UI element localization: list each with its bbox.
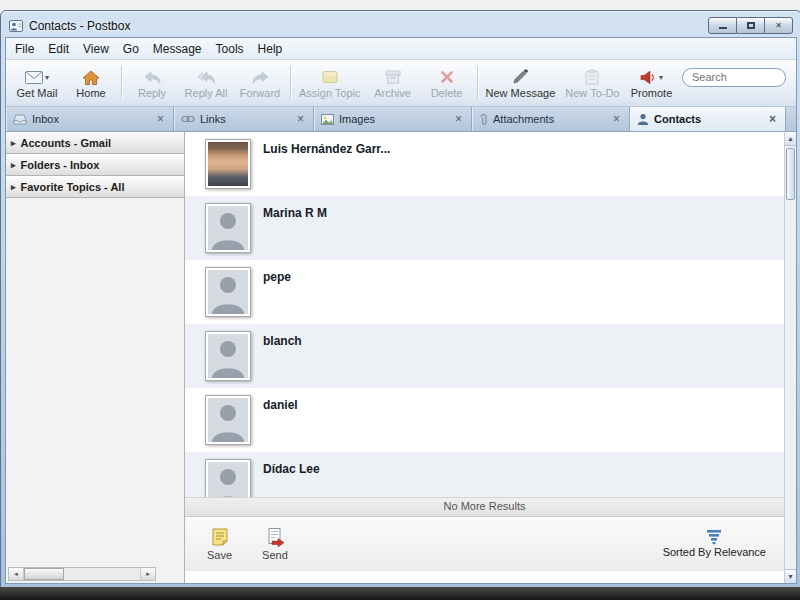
archive-box-icon xyxy=(385,70,401,84)
scroll-left-arrow-icon[interactable]: ◂ xyxy=(9,568,24,580)
new-message-label: New Message xyxy=(486,87,556,99)
tab-close-icon[interactable]: × xyxy=(295,113,306,125)
maximize-button[interactable] xyxy=(737,17,765,34)
home-button[interactable]: Home xyxy=(64,62,118,104)
forward-button[interactable]: Forward xyxy=(233,62,287,104)
search-container xyxy=(682,67,786,87)
toolbar-separator xyxy=(121,66,122,100)
sidebar-section-label: Favorite Topics - All xyxy=(21,181,125,193)
tab-inbox[interactable]: Inbox × xyxy=(6,107,174,131)
sidebar-section-accounts[interactable]: ▸ Accounts - Gmail xyxy=(6,132,184,154)
tab-close-icon[interactable]: × xyxy=(767,113,778,125)
maximize-icon xyxy=(747,22,755,29)
save-button[interactable]: Save xyxy=(207,527,232,561)
send-label: Send xyxy=(262,549,288,561)
reply-all-icon xyxy=(197,71,215,84)
menu-view[interactable]: View xyxy=(76,40,116,58)
contact-avatar-placeholder xyxy=(205,203,251,253)
delete-label: Delete xyxy=(431,87,463,99)
sidebar-section-favorite-topics[interactable]: ▸ Favorite Topics - All xyxy=(6,176,184,198)
contact-name: Dídac Lee xyxy=(263,459,320,497)
reply-all-label: Reply All xyxy=(185,87,228,99)
contact-row[interactable]: daniel xyxy=(185,388,784,452)
new-message-button[interactable]: New Message xyxy=(481,62,561,104)
pencil-icon xyxy=(512,69,528,85)
tab-close-icon[interactable]: × xyxy=(611,113,622,125)
sort-funnel-icon xyxy=(706,530,722,545)
window-title: Contacts - Postbox xyxy=(29,19,130,33)
contact-row[interactable]: Dídac Lee xyxy=(185,452,784,497)
forward-label: Forward xyxy=(240,87,280,99)
close-button[interactable]: ✕ xyxy=(765,17,793,34)
send-button[interactable]: Send xyxy=(262,527,288,561)
archive-button[interactable]: Archive xyxy=(366,62,420,104)
contact-row[interactable]: blanch xyxy=(185,324,784,388)
scroll-down-arrow-icon[interactable]: ▼ xyxy=(785,569,796,583)
get-mail-button[interactable]: ▾ Get Mail xyxy=(10,62,64,104)
app-icon xyxy=(9,20,23,32)
scroll-right-arrow-icon[interactable]: ▸ xyxy=(140,568,155,580)
reply-all-button[interactable]: Reply All xyxy=(179,62,233,104)
menu-file[interactable]: File xyxy=(8,40,41,58)
delete-button[interactable]: Delete xyxy=(420,62,474,104)
tab-contacts[interactable]: Contacts × xyxy=(630,107,786,131)
titlebar[interactable]: Contacts - Postbox ✕ xyxy=(1,11,800,37)
contact-row[interactable]: Marina R M xyxy=(185,196,784,260)
contact-name: pepe xyxy=(263,267,291,324)
vertical-scrollbar[interactable]: ▲ ▼ xyxy=(784,132,796,583)
menu-message[interactable]: Message xyxy=(146,40,209,58)
content-filler xyxy=(185,571,784,583)
contact-avatar-placeholder xyxy=(205,395,251,445)
tab-links[interactable]: Links × xyxy=(174,107,314,131)
reply-button[interactable]: Reply xyxy=(125,62,179,104)
assign-topic-button[interactable]: Assign Topic xyxy=(294,62,366,104)
send-doc-icon xyxy=(265,527,285,547)
tab-label: Inbox xyxy=(32,113,150,125)
footer-toolbar: Save Send Sorted By Relevance xyxy=(185,517,784,571)
megaphone-icon xyxy=(640,70,657,85)
contact-row[interactable]: pepe xyxy=(185,260,784,324)
collapse-triangle-icon: ▸ xyxy=(11,182,16,192)
archive-label: Archive xyxy=(374,87,411,99)
contact-avatar-placeholder xyxy=(205,459,251,497)
tabbar: Inbox × Links × Images × Attachments × xyxy=(6,107,796,132)
tab-attachments[interactable]: Attachments × xyxy=(472,107,630,131)
assign-topic-label: Assign Topic xyxy=(299,87,361,99)
scrollbar-thumb[interactable] xyxy=(786,148,795,200)
minimize-button[interactable] xyxy=(708,17,737,34)
promote-button[interactable]: ▾ Promote xyxy=(624,62,678,104)
save-note-icon xyxy=(210,527,230,547)
menu-edit[interactable]: Edit xyxy=(41,40,76,58)
contact-name: Marina R M xyxy=(263,203,327,260)
sort-order-control[interactable]: Sorted By Relevance xyxy=(663,530,766,558)
new-todo-button[interactable]: New To-Do xyxy=(560,62,624,104)
tab-close-icon[interactable]: × xyxy=(453,113,464,125)
menu-help[interactable]: Help xyxy=(251,40,290,58)
tab-label: Images xyxy=(339,113,448,125)
link-icon xyxy=(181,115,195,123)
contact-row[interactable]: Luis Hernández Garr... xyxy=(185,132,784,196)
scroll-up-arrow-icon[interactable]: ▲ xyxy=(785,132,796,146)
window-controls: ✕ xyxy=(708,17,793,34)
contact-avatar-placeholder xyxy=(205,267,251,317)
tab-close-icon[interactable]: × xyxy=(155,113,166,125)
image-icon xyxy=(321,114,334,125)
sidebar-section-label: Folders - Inbox xyxy=(21,159,100,171)
new-todo-label: New To-Do xyxy=(565,87,619,99)
forward-icon xyxy=(252,71,269,84)
tab-images[interactable]: Images × xyxy=(314,107,472,131)
sidebar-horizontal-scrollbar[interactable]: ◂ ▸ xyxy=(8,567,156,581)
scrollbar-thumb[interactable] xyxy=(24,568,64,580)
contact-photo xyxy=(205,139,251,189)
minimize-icon xyxy=(719,27,727,29)
menu-tools[interactable]: Tools xyxy=(209,40,251,58)
search-input[interactable] xyxy=(682,68,786,87)
get-mail-label: Get Mail xyxy=(17,87,58,99)
reply-icon xyxy=(144,71,161,84)
menu-go[interactable]: Go xyxy=(116,40,146,58)
no-more-results: No More Results xyxy=(185,497,784,517)
delete-x-icon xyxy=(440,70,454,84)
sidebar-section-folders[interactable]: ▸ Folders - Inbox xyxy=(6,154,184,176)
client-area: File Edit View Go Message Tools Help ▾ G… xyxy=(5,37,797,584)
contacts-content: Luis Hernández Garr... Marina R M pepe xyxy=(185,132,784,583)
